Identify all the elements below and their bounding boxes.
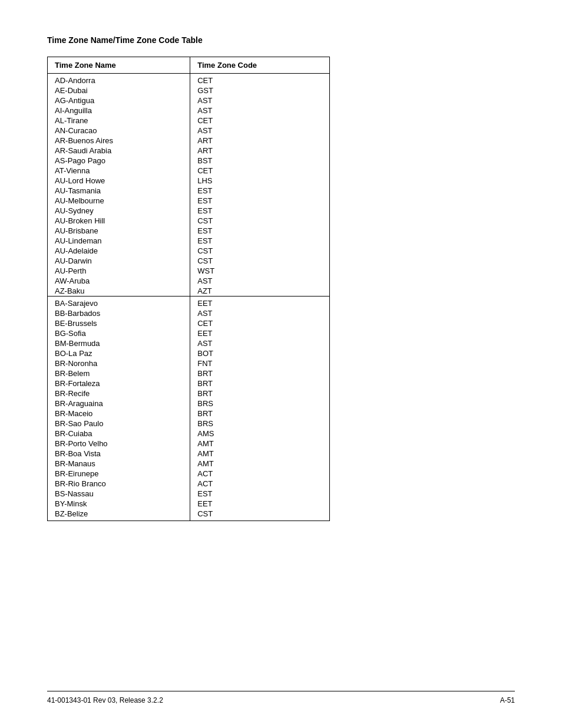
table-row: AU-Lord HoweLHS: [48, 176, 330, 186]
table-row: BR-Porto VelhoAMT: [48, 439, 330, 449]
table-row: BR-EirunepeACT: [48, 469, 330, 479]
timezone-name: AW-Aruba: [48, 276, 190, 286]
timezone-name: AU-Lord Howe: [48, 176, 190, 186]
timezone-name: BG-Sofia: [48, 328, 190, 338]
timezone-code: CST: [190, 216, 330, 226]
timezone-name: AD-Andorra: [48, 74, 190, 86]
col2-header: Time Zone Code: [190, 57, 330, 74]
timezone-table: Time Zone Name Time Zone Code AD-Andorra…: [47, 57, 330, 521]
table-row: AT-ViennaCET: [48, 166, 330, 176]
timezone-code: LHS: [190, 176, 330, 186]
timezone-name: AI-Anguilla: [48, 106, 190, 116]
timezone-name: AU-Perth: [48, 266, 190, 276]
timezone-code: BRT: [190, 378, 330, 388]
table-row: AZ-BakuAZT: [48, 286, 330, 297]
timezone-name: BS-Nassau: [48, 489, 190, 499]
timezone-name: BR-Belem: [48, 368, 190, 378]
page-title: Time Zone Name/Time Zone Code Table: [47, 35, 515, 45]
table-row: BM-BermudaAST: [48, 338, 330, 348]
table-row: AU-Broken HillCST: [48, 216, 330, 226]
timezone-code: BST: [190, 156, 330, 166]
timezone-code: ACT: [190, 479, 330, 489]
table-row: BB-BarbadosAST: [48, 308, 330, 318]
table-row: AE-DubaiGST: [48, 85, 330, 95]
timezone-code: EET: [190, 499, 330, 509]
timezone-name: AZ-Baku: [48, 286, 190, 297]
timezone-name: BY-Minsk: [48, 499, 190, 509]
table-row: AU-DarwinCST: [48, 256, 330, 266]
timezone-name: AU-Adelaide: [48, 246, 190, 256]
timezone-name: AL-Tirane: [48, 116, 190, 126]
table-row: AN-CuracaoAST: [48, 126, 330, 136]
table-row: BR-Sao PauloBRS: [48, 419, 330, 429]
timezone-code: AMS: [190, 429, 330, 439]
timezone-code: CET: [190, 166, 330, 176]
timezone-name: AU-Darwin: [48, 256, 190, 266]
timezone-name: AU-Sydney: [48, 206, 190, 216]
timezone-code: AMT: [190, 459, 330, 469]
timezone-name: AT-Vienna: [48, 166, 190, 176]
table-row: BR-Boa VistaAMT: [48, 449, 330, 459]
timezone-code: AST: [190, 338, 330, 348]
table-row: AU-PerthWST: [48, 266, 330, 276]
timezone-name: BR-Cuiaba: [48, 429, 190, 439]
table-row: AU-AdelaideCST: [48, 246, 330, 256]
timezone-code: CET: [190, 318, 330, 328]
timezone-name: BB-Barbados: [48, 308, 190, 318]
timezone-name: BR-Eirunepe: [48, 469, 190, 479]
timezone-code: EET: [190, 297, 330, 309]
table-row: AS-Pago PagoBST: [48, 156, 330, 166]
table-row: BR-NoronhaFNT: [48, 358, 330, 368]
table-row: BR-BelemBRT: [48, 368, 330, 378]
timezone-code: BRS: [190, 398, 330, 409]
table-row: BR-Rio BrancoACT: [48, 479, 330, 489]
footer-left: 41-001343-01 Rev 03, Release 3.2.2: [47, 696, 163, 704]
timezone-code: BRS: [190, 419, 330, 429]
table-row: BG-SofiaEET: [48, 328, 330, 338]
timezone-name: BR-Boa Vista: [48, 449, 190, 459]
timezone-name: BR-Fortaleza: [48, 378, 190, 388]
timezone-code: ART: [190, 146, 330, 156]
timezone-name: AU-Lindeman: [48, 236, 190, 246]
footer-right: A-51: [500, 696, 515, 704]
timezone-name: AG-Antigua: [48, 95, 190, 106]
timezone-code: AST: [190, 276, 330, 286]
table-row: AR-Buenos AiresART: [48, 136, 330, 146]
table-row: AD-AndorraCET: [48, 74, 330, 86]
timezone-name: BR-Sao Paulo: [48, 419, 190, 429]
timezone-code: CST: [190, 509, 330, 521]
timezone-code: GST: [190, 85, 330, 95]
timezone-code: FNT: [190, 358, 330, 368]
timezone-code: CET: [190, 74, 330, 86]
timezone-code: BRT: [190, 388, 330, 398]
table-row: BR-CuiabaAMS: [48, 429, 330, 439]
timezone-name: BR-Maceio: [48, 409, 190, 419]
table-row: AU-SydneyEST: [48, 206, 330, 216]
timezone-code: AST: [190, 106, 330, 116]
timezone-name: BO-La Paz: [48, 348, 190, 358]
timezone-code: CET: [190, 116, 330, 126]
timezone-name: AU-Brisbane: [48, 226, 190, 236]
timezone-code: BRT: [190, 409, 330, 419]
timezone-code: EST: [190, 489, 330, 499]
table-row: BR-FortalezaBRT: [48, 378, 330, 388]
timezone-code: WST: [190, 266, 330, 276]
timezone-code: AST: [190, 95, 330, 106]
timezone-code: CST: [190, 256, 330, 266]
timezone-name: AS-Pago Pago: [48, 156, 190, 166]
timezone-name: AU-Melbourne: [48, 196, 190, 206]
timezone-name: BA-Sarajevo: [48, 297, 190, 309]
timezone-name: BE-Brussels: [48, 318, 190, 328]
timezone-name: AU-Tasmania: [48, 186, 190, 196]
timezone-code: EST: [190, 186, 330, 196]
table-row: AR-Saudi ArabiaART: [48, 146, 330, 156]
timezone-code: AMT: [190, 449, 330, 459]
table-row: BR-MaceioBRT: [48, 409, 330, 419]
table-row: AU-LindemanEST: [48, 236, 330, 246]
table-row: BS-NassauEST: [48, 489, 330, 499]
table-row: BR-AraguainaBRS: [48, 398, 330, 409]
timezone-code: EET: [190, 328, 330, 338]
table-row: BA-SarajevoEET: [48, 297, 330, 309]
timezone-code: CST: [190, 246, 330, 256]
col1-header: Time Zone Name: [48, 57, 190, 74]
